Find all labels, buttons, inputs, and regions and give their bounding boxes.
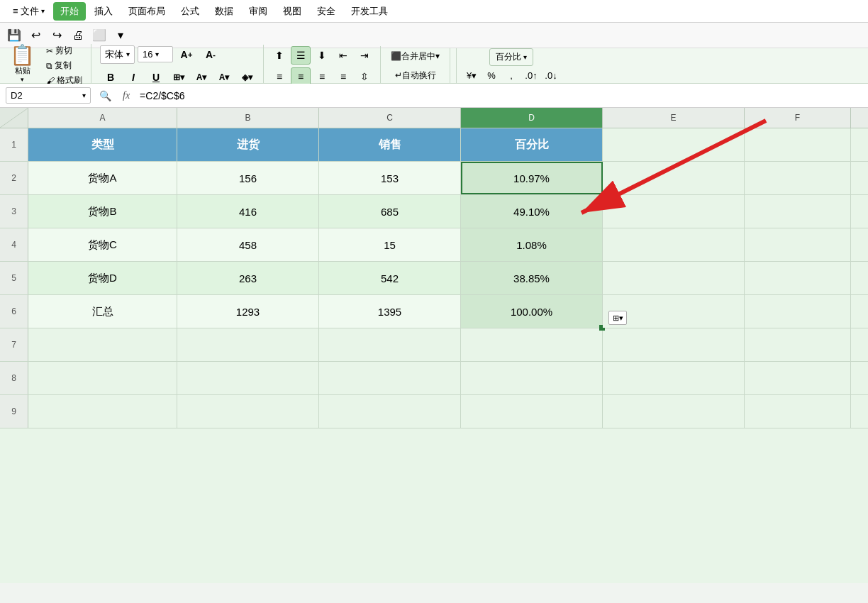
align-left-button[interactable]: ≡ <box>269 67 289 86</box>
cell-b5[interactable]: 263 <box>177 262 319 294</box>
align-bottom-button[interactable]: ⬇ <box>312 46 332 65</box>
cell-c9[interactable] <box>319 395 461 428</box>
cell-a3[interactable]: 货物B <box>28 195 177 228</box>
row-num-5[interactable]: 5 <box>0 262 28 294</box>
col-header-c[interactable]: C <box>319 108 461 128</box>
more-icon[interactable]: ▾ <box>111 26 130 45</box>
align-right-button[interactable]: ≡ <box>312 67 332 86</box>
cell-e1[interactable] <box>603 128 745 161</box>
cell-c2[interactable]: 153 <box>319 162 461 194</box>
cell-c4[interactable]: 15 <box>319 228 461 261</box>
col-header-a[interactable]: A <box>28 108 177 128</box>
menu-dev-tools[interactable]: 开发工具 <box>344 2 395 21</box>
print-preview-icon[interactable]: ⬜ <box>89 26 109 45</box>
paste-button[interactable]: 📋 粘贴 ▾ <box>4 44 40 87</box>
cell-c1[interactable]: 销售 <box>319 128 461 161</box>
cell-reference-box[interactable]: D2 ▾ <box>6 87 91 104</box>
percent-button[interactable]: % <box>482 68 501 84</box>
cell-a2[interactable]: 货物A <box>28 162 177 194</box>
cell-f1[interactable] <box>745 128 851 161</box>
cell-f4[interactable] <box>745 228 851 261</box>
undo-icon[interactable]: ↩ <box>26 26 45 45</box>
text-direction-button[interactable]: ⇳ <box>355 67 374 86</box>
cell-c6[interactable]: 1395 <box>319 295 461 328</box>
cell-d7[interactable] <box>461 328 603 361</box>
align-center-button[interactable]: ≡ <box>291 67 311 86</box>
redo-icon[interactable]: ↪ <box>47 26 67 45</box>
cell-d3[interactable]: 49.10% <box>461 195 603 228</box>
cell-c8[interactable] <box>319 362 461 394</box>
fill-color-button[interactable]: A▾ <box>191 67 212 87</box>
col-header-f[interactable]: F <box>745 108 851 128</box>
percent-format-display[interactable]: 百分比 ▾ <box>489 48 533 66</box>
formula-input[interactable] <box>137 89 862 103</box>
cut-button[interactable]: ✂ 剪切 <box>43 44 85 57</box>
row-num-1[interactable]: 1 <box>0 128 28 161</box>
save-icon[interactable]: 💾 <box>4 26 24 45</box>
cell-e4[interactable] <box>603 228 745 261</box>
cell-f2[interactable] <box>745 162 851 194</box>
indent-right-button[interactable]: ⇥ <box>355 46 374 65</box>
menu-formula[interactable]: 公式 <box>174 2 206 21</box>
decrease-font-button[interactable]: A- <box>200 45 221 65</box>
cell-e8[interactable] <box>603 362 745 394</box>
cell-a6[interactable]: 汇总 <box>28 295 177 328</box>
cell-c3[interactable]: 685 <box>319 195 461 228</box>
menu-page-layout[interactable]: 页面布局 <box>121 2 172 21</box>
col-header-b[interactable]: B <box>177 108 319 128</box>
row-num-9[interactable]: 9 <box>0 395 28 428</box>
cell-d1[interactable]: 百分比 <box>461 128 603 161</box>
auto-wrap-button[interactable]: ↵ 自动换行 <box>386 67 444 84</box>
row-num-7[interactable]: 7 <box>0 328 28 361</box>
align-justify-button[interactable]: ≡ <box>333 67 353 86</box>
cell-d4[interactable]: 1.08% <box>461 228 603 261</box>
cell-c5[interactable]: 542 <box>319 262 461 294</box>
cell-c7[interactable] <box>319 328 461 361</box>
merge-center-button[interactable]: ⬛ 合并居中▾ <box>386 48 444 65</box>
cell-f6[interactable] <box>745 295 851 328</box>
menu-file[interactable]: ≡ ≡ 文件 文件 ▾ <box>6 2 52 21</box>
cell-e2[interactable] <box>603 162 745 194</box>
cell-b9[interactable] <box>177 395 319 428</box>
cell-d9[interactable] <box>461 395 603 428</box>
align-top-button[interactable]: ⬆ <box>269 46 289 65</box>
cell-d6[interactable]: 100.00% <box>461 295 603 328</box>
thousands-separator-button[interactable]: , <box>502 68 521 84</box>
cell-a9[interactable] <box>28 395 177 428</box>
cell-e9[interactable] <box>603 395 745 428</box>
menu-insert[interactable]: 插入 <box>87 2 120 21</box>
cell-b3[interactable]: 416 <box>177 195 319 228</box>
menu-review[interactable]: 审阅 <box>242 2 274 21</box>
row-num-8[interactable]: 8 <box>0 362 28 394</box>
cell-d8[interactable] <box>461 362 603 394</box>
cell-b7[interactable] <box>177 328 319 361</box>
indent-left-button[interactable]: ⇤ <box>333 46 353 65</box>
cell-e6[interactable]: ⊞▾ <box>603 295 745 328</box>
cell-a8[interactable] <box>28 362 177 394</box>
copy-button[interactable]: ⧉ 复制 <box>43 59 85 72</box>
font-name-selector[interactable]: 宋体 ▾ <box>100 45 135 64</box>
cell-e3[interactable] <box>603 195 745 228</box>
cell-b8[interactable] <box>177 362 319 394</box>
col-header-d[interactable]: D <box>461 108 603 128</box>
cell-f3[interactable] <box>745 195 851 228</box>
formula-zoom-button[interactable]: 🔍 <box>95 89 116 103</box>
cell-a1[interactable]: 类型 <box>28 128 177 161</box>
col-header-e[interactable]: E <box>603 108 745 128</box>
align-middle-button[interactable]: ☰ <box>291 46 311 65</box>
menu-data[interactable]: 数据 <box>208 2 240 21</box>
paste-options-button[interactable]: ⊞▾ <box>608 311 627 325</box>
row-num-3[interactable]: 3 <box>0 195 28 228</box>
cell-d2[interactable]: 10.97% <box>461 162 603 194</box>
cell-f9[interactable] <box>745 395 851 428</box>
increase-font-button[interactable]: A+ <box>176 45 197 65</box>
menu-start[interactable]: 开始 <box>53 2 86 21</box>
font-size-selector[interactable]: 16 ▾ <box>138 46 173 62</box>
cell-f5[interactable] <box>745 262 851 294</box>
menu-security[interactable]: 安全 <box>310 2 343 21</box>
cell-e5[interactable] <box>603 262 745 294</box>
row-num-6[interactable]: 6 <box>0 295 28 328</box>
print-icon[interactable]: 🖨 <box>68 26 88 45</box>
decrease-decimal-button[interactable]: .0↓ <box>542 68 560 84</box>
cell-d5[interactable]: 38.85% <box>461 262 603 294</box>
